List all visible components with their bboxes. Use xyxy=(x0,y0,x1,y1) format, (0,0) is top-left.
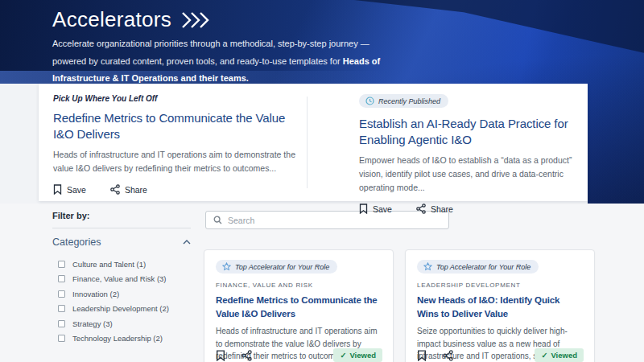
viewed-badge: ✓ Viewed xyxy=(333,348,382,362)
pickup-right-actions: Save Share xyxy=(359,204,589,214)
pickup-left-title[interactable]: Redefine Metrics to Communicate the Valu… xyxy=(53,110,299,142)
filter-item-strategy[interactable]: Strategy (3) xyxy=(52,316,191,331)
checkbox[interactable] xyxy=(58,290,65,298)
filter-heading: Filter by: xyxy=(52,211,191,220)
sidebar-divider xyxy=(52,228,191,228)
top-accelerator-label: Top Accelerator for Your Role xyxy=(436,263,530,271)
pickup-right-title[interactable]: Establish an AI-Ready Data Practice for … xyxy=(359,116,589,148)
checkbox[interactable] xyxy=(58,320,65,327)
checkbox[interactable] xyxy=(58,335,65,342)
filter-label: Innovation (2) xyxy=(72,290,119,298)
filter-label: Strategy (3) xyxy=(72,319,113,328)
bookmark-button[interactable] xyxy=(216,350,225,361)
search-icon xyxy=(213,216,222,224)
categories-accordion-header[interactable]: Categories xyxy=(52,237,191,248)
panel-divider xyxy=(307,97,308,188)
checkbox[interactable] xyxy=(58,275,65,282)
pickup-left-actions: Save Share xyxy=(53,184,299,195)
category-filter-list: Culture and Talent (1) Finance, Value an… xyxy=(52,257,191,346)
share-button[interactable]: Share xyxy=(110,184,147,195)
hero-description-text: Accelerate organizational priorities thr… xyxy=(52,39,369,66)
pickup-kicker: Pick Up Where You Left Off xyxy=(53,94,299,103)
pickup-right-description: Empower heads of I&O to establish a “dat… xyxy=(359,154,589,195)
filter-label: Leadership Development (2) xyxy=(72,304,169,313)
viewed-label: Viewed xyxy=(551,351,577,360)
card-category: FINANCE, VALUE AND RISK xyxy=(216,282,382,289)
checkbox[interactable] xyxy=(58,261,65,268)
check-icon: ✓ xyxy=(541,351,547,360)
viewed-badge: ✓ Viewed xyxy=(535,348,584,362)
filter-sidebar: Filter by: Categories Culture and Talent… xyxy=(52,211,191,346)
check-icon: ✓ xyxy=(340,351,346,360)
card-title[interactable]: New Heads of I&O: Identify Quick Wins to… xyxy=(417,294,583,321)
filter-item-innovation[interactable]: Innovation (2) xyxy=(52,286,191,302)
accelerators-page: Accelerators Accelerate organizational p… xyxy=(0,0,644,362)
share-button[interactable] xyxy=(242,350,252,361)
pickup-card-left[interactable]: Pick Up Where You Left Off Redefine Metr… xyxy=(53,94,299,195)
share-label: Share xyxy=(431,204,453,214)
card-footer: ✓ Viewed xyxy=(417,348,584,362)
star-icon xyxy=(222,262,231,271)
save-button[interactable]: Save xyxy=(359,204,392,214)
save-button[interactable]: Save xyxy=(53,184,86,195)
categories-title: Categories xyxy=(52,237,101,248)
clock-icon xyxy=(365,97,374,105)
top-accelerator-label: Top Accelerator for Your Role xyxy=(235,263,329,271)
save-label: Save xyxy=(373,204,392,214)
filter-item-leadership-development[interactable]: Leadership Development (2) xyxy=(52,302,191,317)
search-input[interactable] xyxy=(228,216,441,225)
bookmark-icon xyxy=(53,184,62,195)
card-category: LEADERSHIP DEVELOPMENT xyxy=(417,282,583,289)
filter-label: Technology Leadership (2) xyxy=(72,334,163,343)
bookmark-icon xyxy=(359,204,368,214)
recently-published-badge: Recently Published xyxy=(359,94,448,108)
checkbox[interactable] xyxy=(58,305,65,312)
page-title: Accelerators xyxy=(52,7,171,32)
hero-banner: Accelerators Accelerate organizational p… xyxy=(0,0,644,204)
chevron-up-icon xyxy=(183,240,191,245)
recently-published-label: Recently Published xyxy=(378,97,440,105)
card-title[interactable]: Redefine Metrics to Communicate the Valu… xyxy=(216,294,382,321)
hero-title-row: Accelerators xyxy=(52,7,210,32)
share-icon xyxy=(416,204,426,214)
filter-item-technology-leadership[interactable]: Technology Leadership (2) xyxy=(52,331,191,347)
filter-label: Finance, Value and Risk (3) xyxy=(72,274,167,283)
star-icon xyxy=(423,262,432,271)
hero-description: Accelerate organizational priorities thr… xyxy=(52,35,405,88)
triple-chevron-icon xyxy=(181,11,210,29)
filter-item-finance-value-risk[interactable]: Finance, Value and Risk (3) xyxy=(52,272,191,287)
accelerator-card[interactable]: Top Accelerator for Your Role FINANCE, V… xyxy=(204,249,394,362)
card-footer: ✓ Viewed xyxy=(216,348,382,362)
pickup-card-right[interactable]: Recently Published Establish an AI-Ready… xyxy=(359,94,589,214)
share-label: Share xyxy=(125,185,147,195)
share-button[interactable] xyxy=(443,350,453,361)
accelerator-card[interactable]: Top Accelerator for Your Role LEADERSHIP… xyxy=(405,249,595,362)
filter-label: Culture and Talent (1) xyxy=(72,260,146,269)
pickup-panel: Pick Up Where You Left Off Redefine Metr… xyxy=(39,84,588,201)
save-label: Save xyxy=(67,185,86,195)
pickup-left-description: Heads of infrastructure and IT operation… xyxy=(53,148,299,175)
filter-item-culture-and-talent[interactable]: Culture and Talent (1) xyxy=(52,257,191,272)
top-accelerator-badge: Top Accelerator for Your Role xyxy=(216,260,337,274)
share-button[interactable]: Share xyxy=(416,204,453,214)
bookmark-button[interactable] xyxy=(417,350,427,361)
viewed-label: Viewed xyxy=(349,351,376,360)
top-accelerator-badge: Top Accelerator for Your Role xyxy=(417,260,539,274)
share-icon xyxy=(110,184,120,195)
